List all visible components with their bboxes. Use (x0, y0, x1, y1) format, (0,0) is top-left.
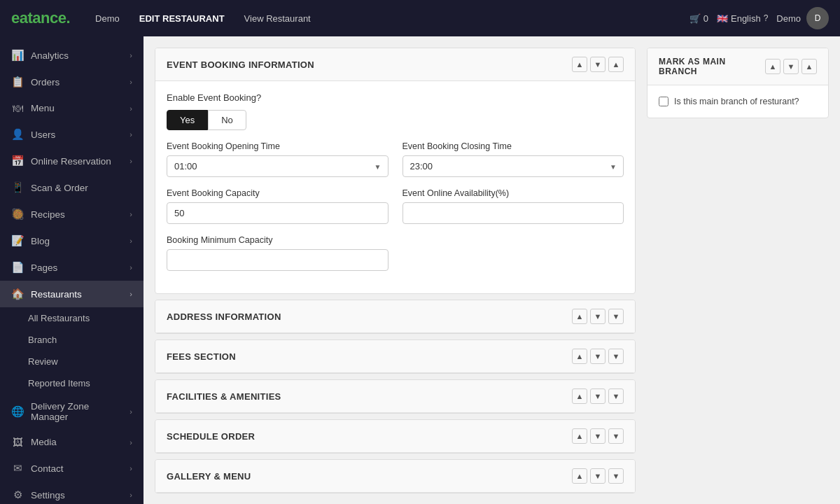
sidebar-sub-reported-items[interactable]: Reported Items (0, 372, 144, 394)
right-panel-down-btn[interactable]: ▼ (783, 59, 799, 74)
facilities-header[interactable]: FACILITIES & AMENITIES ▲ ▼ ▼ (155, 380, 635, 413)
sidebar-item-menu[interactable]: 🍽 Menu › (0, 95, 144, 121)
address-controls: ▲ ▼ ▼ (572, 309, 624, 324)
sidebar-item-online-reservation[interactable]: 📅 Online Reservation › (0, 148, 144, 174)
event-booking-collapse-btn[interactable]: ▲ (608, 57, 624, 72)
nav-view-restaurant[interactable]: View Restaurant (236, 9, 319, 28)
schedule-collapse-btn[interactable]: ▼ (608, 428, 624, 444)
delivery-icon: 🌐 (11, 405, 24, 418)
fees-collapse-btn[interactable]: ▼ (608, 349, 624, 364)
main-content-area: EVENT BOOKING INFORMATION ▲ ▼ ▲ Enable E… (144, 36, 840, 504)
sidebar-item-recipes[interactable]: 🥘 Recipes › (0, 201, 144, 227)
contact-icon: ✉ (11, 462, 24, 475)
sidebar-label-online-reservation: Online Reservation (31, 156, 122, 167)
restaurants-icon: 🏠 (11, 288, 24, 300)
address-section: ADDRESS INFORMATION ▲ ▼ ▼ (155, 300, 636, 334)
sub-label-branch: Branch (28, 335, 57, 345)
closing-time-select[interactable]: 23:00 01:00 22:00 (402, 155, 624, 177)
event-booking-title: EVENT BOOKING INFORMATION (167, 59, 572, 70)
fees-header[interactable]: FEES SECTION ▲ ▼ ▼ (155, 340, 635, 373)
nav-links: Demo EDIT RESTAURANT View Restaurant (87, 9, 319, 28)
event-booking-down-btn[interactable]: ▼ (590, 57, 606, 72)
address-collapse-btn[interactable]: ▼ (608, 309, 624, 324)
closing-time-group: Event Booking Closing Time 23:00 01:00 2… (402, 141, 624, 177)
address-up-btn[interactable]: ▲ (572, 309, 587, 324)
settings-icon: ⚙ (11, 489, 24, 501)
sidebar-label-orders: Orders (31, 77, 122, 88)
opening-time-select[interactable]: 01:00 02:00 03:00 23:00 (167, 155, 388, 177)
sidebar-item-contact[interactable]: ✉ Contact › (0, 455, 144, 482)
cart-icon: 🛒 (690, 13, 701, 24)
pages-icon: 📄 (11, 261, 24, 274)
gallery-section: GALLERY & MENU ▲ ▼ ▼ (155, 459, 636, 493)
facilities-collapse-btn[interactable]: ▼ (608, 388, 624, 404)
sidebar-item-users[interactable]: 👤 Users › (0, 121, 144, 148)
schedule-header[interactable]: SCHEDULE ORDER ▲ ▼ ▼ (155, 420, 635, 453)
fees-up-btn[interactable]: ▲ (572, 349, 587, 364)
main-branch-checkbox[interactable] (659, 97, 668, 106)
mark-main-branch-title: MARK AS MAIN BRANCH (659, 57, 765, 76)
event-booking-header[interactable]: EVENT BOOKING INFORMATION ▲ ▼ ▲ (155, 48, 635, 81)
enable-btn-group: Yes No (167, 110, 624, 130)
sidebar-item-delivery-zone[interactable]: 🌐 Delivery Zone Manager › (0, 394, 144, 429)
address-header[interactable]: ADDRESS INFORMATION ▲ ▼ ▼ (155, 300, 635, 333)
reservation-icon: 📅 (11, 155, 24, 167)
right-panel-collapse-btn[interactable]: ▲ (802, 59, 817, 74)
gallery-down-btn[interactable]: ▼ (590, 468, 606, 484)
gallery-title: GALLERY & MENU (167, 471, 572, 482)
main-branch-checkbox-label[interactable]: Is this main branch of resturant? (674, 97, 799, 106)
main-sections: EVENT BOOKING INFORMATION ▲ ▼ ▲ Enable E… (155, 48, 636, 493)
gallery-header[interactable]: GALLERY & MENU ▲ ▼ ▼ (155, 460, 635, 493)
min-capacity-spacer (402, 235, 624, 271)
users-icon: 👤 (11, 128, 24, 141)
sidebar-item-blog[interactable]: 📝 Blog › (0, 227, 144, 254)
facilities-up-btn[interactable]: ▲ (572, 388, 587, 404)
cart-area[interactable]: 🛒 0 (690, 13, 708, 24)
facilities-down-btn[interactable]: ▼ (590, 388, 606, 404)
user-area[interactable]: Demo D (776, 7, 829, 29)
sidebar-item-scan-order[interactable]: 📱 Scan & Order (0, 174, 144, 201)
user-label: Demo (776, 13, 801, 24)
enable-yes-button[interactable]: Yes (167, 110, 208, 130)
address-title: ADDRESS INFORMATION (167, 312, 572, 322)
gallery-collapse-btn[interactable]: ▼ (608, 468, 624, 484)
sidebar-label-recipes: Recipes (31, 209, 122, 220)
fees-down-btn[interactable]: ▼ (590, 349, 606, 364)
event-booking-body: Enable Event Booking? Yes No Event Booki… (155, 81, 635, 293)
right-panel-up-btn[interactable]: ▲ (765, 59, 780, 74)
sidebar-sub-review[interactable]: Review (0, 351, 144, 372)
schedule-section: SCHEDULE ORDER ▲ ▼ ▼ (155, 419, 636, 454)
media-icon: 🖼 (11, 436, 24, 448)
event-booking-section: EVENT BOOKING INFORMATION ▲ ▼ ▲ Enable E… (155, 48, 636, 294)
event-booking-up-btn[interactable]: ▲ (572, 57, 587, 72)
sidebar-item-orders[interactable]: 📋 Orders › (0, 69, 144, 95)
sidebar-label-contact: Contact (31, 463, 122, 474)
sidebar-item-pages[interactable]: 📄 Pages › (0, 254, 144, 281)
schedule-down-btn[interactable]: ▼ (590, 428, 606, 444)
capacity-label: Event Booking Capacity (167, 188, 388, 198)
avatar: D (806, 7, 829, 29)
min-capacity-input[interactable] (167, 249, 388, 271)
sidebar-item-media[interactable]: 🖼 Media › (0, 429, 144, 455)
sidebar-item-settings[interactable]: ⚙ Settings › (0, 482, 144, 504)
sidebar-item-restaurants[interactable]: 🏠 Restaurants › (0, 281, 144, 307)
mark-main-branch-body: Is this main branch of resturant? (648, 85, 828, 118)
help-icon[interactable]: ? (764, 13, 769, 23)
media-arrow: › (130, 438, 132, 447)
language-selector[interactable]: 🇬🇧 English ? (717, 13, 768, 24)
capacity-row: Event Booking Capacity Event Online Avai… (167, 188, 624, 224)
orders-icon: 📋 (11, 76, 24, 88)
sidebar-sub-branch[interactable]: Branch (0, 329, 144, 351)
schedule-up-btn[interactable]: ▲ (572, 428, 587, 444)
nav-edit-restaurant[interactable]: EDIT RESTAURANT (131, 9, 233, 28)
contact-arrow: › (130, 464, 132, 472)
enable-no-button[interactable]: No (208, 110, 246, 130)
capacity-input[interactable] (167, 202, 388, 224)
closing-time-wrapper: 23:00 01:00 22:00 (402, 155, 624, 177)
gallery-up-btn[interactable]: ▲ (572, 468, 587, 484)
address-down-btn[interactable]: ▼ (590, 309, 606, 324)
sidebar-sub-all-restaurants[interactable]: All Restaurants (0, 307, 144, 329)
sidebar-item-analytics[interactable]: 📊 Analytics › (0, 42, 144, 69)
nav-demo[interactable]: Demo (87, 9, 128, 28)
online-avail-input[interactable] (402, 202, 624, 224)
